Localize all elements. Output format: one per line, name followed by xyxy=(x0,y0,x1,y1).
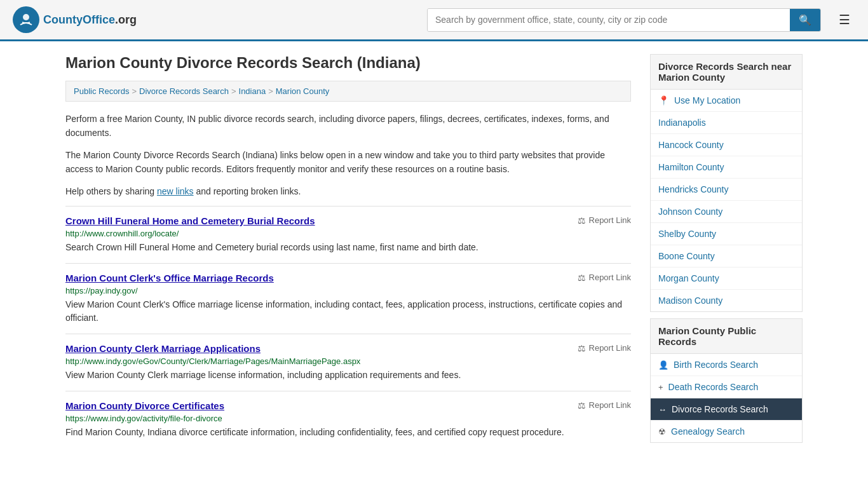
breadcrumb-sep-3: > xyxy=(268,86,273,96)
arrows-icon: ↔ xyxy=(658,405,667,414)
menu-button[interactable]: ☰ xyxy=(834,7,855,32)
result-header: Marion County Clerk Marriage Application… xyxy=(65,343,631,354)
breadcrumb-public-records[interactable]: Public Records xyxy=(74,86,129,96)
report-icon: ⚖ xyxy=(578,215,586,226)
sidebar-link-hancock[interactable]: Hancock County xyxy=(651,134,802,156)
result-header: Marion County Divorce Certificates ⚖ Rep… xyxy=(65,400,631,411)
intro-paragraph-3: Help others by sharing new links and rep… xyxy=(65,184,631,198)
result-title[interactable]: Crown Hill Funeral Home and Cemetery Bur… xyxy=(65,215,315,226)
sidebar-link-genealogy[interactable]: ☢ Genealogy Search xyxy=(651,421,802,442)
sidebar-public-records-title: Marion County Public Records xyxy=(650,318,803,354)
result-url: http://www.crownhill.org/locate/ xyxy=(65,229,631,238)
results-list: Crown Hill Funeral Home and Cemetery Bur… xyxy=(65,206,631,448)
person-icon: 👤 xyxy=(658,360,668,370)
result-desc: Find Marion County, Indiana divorce cert… xyxy=(65,426,631,439)
result-title[interactable]: Marion Count Clerk's Office Marriage Rec… xyxy=(65,273,274,283)
breadcrumb-indiana[interactable]: Indiana xyxy=(239,86,266,96)
breadcrumb-divorce-records[interactable]: Divorce Records Search xyxy=(139,86,229,96)
result-desc: View Marion County Clerk marriage licens… xyxy=(65,369,631,382)
content-area: Marion County Divorce Records Search (In… xyxy=(65,54,631,449)
logo-text: CountyOffice.org xyxy=(43,13,137,27)
report-link[interactable]: ⚖ Report Link xyxy=(578,343,631,353)
hamburger-icon: ☰ xyxy=(839,13,850,27)
genealogy-icon: ☢ xyxy=(658,427,666,437)
search-icon: 🔍 xyxy=(799,15,811,25)
result-desc: View Marion Count Clerk's Office marriag… xyxy=(65,298,631,325)
report-link[interactable]: ⚖ Report Link xyxy=(578,273,631,283)
cross-icon: + xyxy=(658,383,663,392)
result-header: Crown Hill Funeral Home and Cemetery Bur… xyxy=(65,215,631,226)
breadcrumb-sep-1: > xyxy=(132,86,137,96)
birth-records-label: Birth Records Search xyxy=(674,360,758,370)
logo-icon xyxy=(13,6,39,33)
intro-paragraph-1: Perform a free Marion County, IN public … xyxy=(65,112,631,140)
sidebar-link-hamilton[interactable]: Hamilton County xyxy=(651,156,802,179)
result-url: https://pay.indy.gov/ xyxy=(65,286,631,295)
sidebar-link-indianapolis[interactable]: Indianapolis xyxy=(651,112,802,134)
result-item: Marion County Clerk Marriage Application… xyxy=(65,334,631,391)
breadcrumb: Public Records > Divorce Records Search … xyxy=(65,81,631,102)
use-location-label: Use My Location xyxy=(674,95,740,105)
result-header: Marion Count Clerk's Office Marriage Rec… xyxy=(65,273,631,283)
result-title[interactable]: Marion County Clerk Marriage Application… xyxy=(65,343,261,354)
use-location-link[interactable]: 📍 Use My Location xyxy=(651,90,802,112)
result-item: Marion County Divorce Certificates ⚖ Rep… xyxy=(65,391,631,448)
page-title: Marion County Divorce Records Search (In… xyxy=(65,54,631,72)
svg-point-1 xyxy=(23,14,29,20)
sidebar-nearby-title: Divorce Records Search near Marion Count… xyxy=(650,54,803,90)
search-button[interactable]: 🔍 xyxy=(790,9,820,31)
report-link[interactable]: ⚖ Report Link xyxy=(578,215,631,226)
sidebar-link-shelby[interactable]: Shelby County xyxy=(651,223,802,245)
sidebar-link-death-records[interactable]: + Death Records Search xyxy=(651,376,802,398)
report-icon: ⚖ xyxy=(578,273,586,283)
sidebar-public-records-section: Marion County Public Records 👤 Birth Rec… xyxy=(650,318,803,443)
sidebar-nearby-links: 📍 Use My Location Indianapolis Hancock C… xyxy=(650,90,803,312)
divorce-records-label: Divorce Records Search xyxy=(672,404,768,414)
sidebar-link-madison[interactable]: Madison County xyxy=(651,290,802,311)
result-item: Crown Hill Funeral Home and Cemetery Bur… xyxy=(65,206,631,263)
report-icon: ⚖ xyxy=(578,343,586,353)
genealogy-label: Genealogy Search xyxy=(671,426,745,437)
death-records-label: Death Records Search xyxy=(668,382,759,392)
result-item: Marion Count Clerk's Office Marriage Rec… xyxy=(65,263,631,334)
result-url: https://www.indy.gov/activity/file-for-d… xyxy=(65,414,631,423)
site-logo[interactable]: CountyOffice.org xyxy=(13,6,137,33)
sidebar-link-hendricks[interactable]: Hendricks County xyxy=(651,179,802,201)
location-pin-icon: 📍 xyxy=(658,95,669,105)
sidebar-link-boone[interactable]: Boone County xyxy=(651,245,802,268)
report-icon: ⚖ xyxy=(578,400,586,410)
result-desc: Search Crown Hill Funeral Home and Cemet… xyxy=(65,241,631,254)
sidebar: Divorce Records Search near Marion Count… xyxy=(650,54,803,449)
sidebar-link-birth-records[interactable]: 👤 Birth Records Search xyxy=(651,354,802,376)
breadcrumb-sep-2: > xyxy=(231,86,236,96)
site-header: CountyOffice.org 🔍 ☰ xyxy=(0,0,868,41)
intro-paragraph-2: The Marion County Divorce Records Search… xyxy=(65,148,631,177)
search-bar: 🔍 xyxy=(427,8,821,32)
sidebar-public-records-links: 👤 Birth Records Search + Death Records S… xyxy=(650,354,803,443)
sidebar-link-morgan[interactable]: Morgan County xyxy=(651,268,802,290)
result-title[interactable]: Marion County Divorce Certificates xyxy=(65,400,224,411)
sidebar-link-johnson[interactable]: Johnson County xyxy=(651,201,802,223)
report-link[interactable]: ⚖ Report Link xyxy=(578,400,631,410)
new-links-link[interactable]: new links xyxy=(157,186,194,196)
sidebar-link-divorce-records[interactable]: ↔ Divorce Records Search xyxy=(651,398,802,421)
breadcrumb-marion-county[interactable]: Marion County xyxy=(276,86,330,96)
main-container: Marion County Divorce Records Search (In… xyxy=(53,41,815,462)
result-url: http://www.indy.gov/eGov/County/Clerk/Ma… xyxy=(65,356,631,366)
search-input[interactable] xyxy=(428,9,790,31)
sidebar-nearby-section: Divorce Records Search near Marion Count… xyxy=(650,54,803,312)
